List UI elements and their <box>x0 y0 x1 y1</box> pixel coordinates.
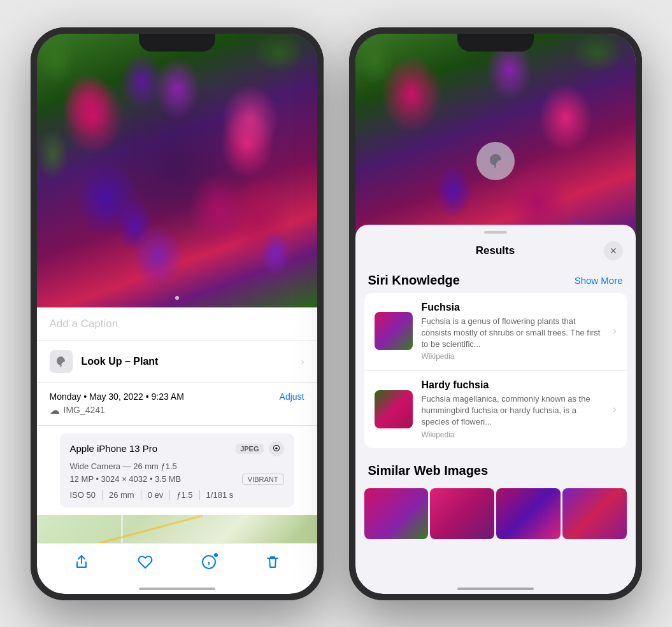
similar-img-3[interactable] <box>496 488 561 539</box>
sheet-header: Results ✕ <box>355 234 636 267</box>
focal-length: 26 mm <box>103 490 141 500</box>
lookup-label: Look Up – Plant <box>82 356 159 367</box>
notch-right <box>457 34 534 52</box>
notch <box>139 34 215 52</box>
phone-left: Add a Caption Look Up – Plant › Mon <box>31 27 324 600</box>
format-badges: JPEG ⦿ <box>236 441 283 456</box>
resolution: 12 MP • 3024 × 4032 • 3.5 MB <box>70 474 182 484</box>
camera-spec: Wide Camera — 26 mm ƒ1.5 <box>70 461 284 471</box>
mute-button <box>31 129 31 151</box>
foliage-3 <box>37 129 69 180</box>
lookup-row[interactable]: Look Up – Plant › <box>37 341 317 383</box>
lookup-chevron-icon: › <box>301 356 304 367</box>
leaf-icon <box>55 355 68 368</box>
home-indicator <box>139 588 215 590</box>
shutter-speed: 1/181 s <box>200 490 240 500</box>
knowledge-card: Fuchsia Fuchsia is a genus of flowering … <box>364 293 627 448</box>
flower-overlay-6 <box>132 225 183 288</box>
hardy-chevron-icon: › <box>613 404 616 415</box>
similar-images-row <box>355 488 636 539</box>
favorite-button[interactable] <box>131 548 159 576</box>
mute-button-right <box>349 129 350 151</box>
flower-overlay-2 <box>120 53 164 110</box>
close-button[interactable]: ✕ <box>604 241 623 260</box>
lookup-icon <box>50 350 73 373</box>
phone-right: Results ✕ Siri Knowledge Show More <box>349 27 642 600</box>
location-icon: ⦿ <box>269 441 284 456</box>
leaf-lookup-icon <box>486 151 505 171</box>
exif-row: ISO 50 26 mm 0 ev ƒ1.5 1/181 s <box>70 490 284 500</box>
camera-section: Apple iPhone 13 Pro JPEG ⦿ Wide Camera —… <box>60 433 294 507</box>
home-indicator-right <box>457 588 534 590</box>
photo-info-section: Monday • May 30, 2022 • 9:23 AM Adjust ☁… <box>37 383 317 426</box>
power-button <box>323 167 324 225</box>
hardy-fuchsia-item[interactable]: Hardy fuchsia Fuchsia magellanica, commo… <box>364 370 627 448</box>
similar-images-title: Similar Web Images <box>368 463 489 478</box>
share-button[interactable] <box>68 548 96 576</box>
siri-knowledge-header: Siri Knowledge Show More <box>355 267 636 293</box>
camera-section-wrapper: Apple iPhone 13 Pro JPEG ⦿ Wide Camera —… <box>37 433 317 507</box>
sheet-title: Results <box>387 244 604 257</box>
caption-placeholder[interactable]: Add a Caption <box>50 318 118 330</box>
fuchsia-content: Fuchsia Fuchsia is a genus of flowering … <box>422 302 604 362</box>
power-button-right <box>641 167 642 225</box>
similar-images-header: Similar Web Images <box>355 457 636 483</box>
similar-img-4[interactable] <box>562 488 627 539</box>
camera-model: Apple iPhone 13 Pro <box>70 443 158 454</box>
fuchsia-source: Wikipedia <box>422 352 604 361</box>
phones-container: Add a Caption Look Up – Plant › Mon <box>31 27 642 600</box>
photo-page-dot <box>175 296 179 300</box>
volume-up-button <box>31 161 31 202</box>
format-badge: JPEG <box>236 444 263 454</box>
foliage-2 <box>254 34 304 72</box>
volume-up-right <box>349 161 350 202</box>
similar-section: Similar Web Images <box>355 454 636 539</box>
phone2-screen: Results ✕ Siri Knowledge Show More <box>355 34 636 594</box>
iso-value: ISO 50 <box>70 490 103 500</box>
phone1-screen: Add a Caption Look Up – Plant › Mon <box>37 34 317 594</box>
fuchsia-chevron-icon: › <box>613 325 616 337</box>
delete-button[interactable] <box>259 548 287 576</box>
photo-display <box>37 34 317 307</box>
aperture-value: ƒ1.5 <box>170 490 199 500</box>
info-badge <box>213 552 219 558</box>
volume-down-right <box>349 212 350 253</box>
filename: IMG_4241 <box>64 405 105 415</box>
fuchsia-desc: Fuchsia is a genus of flowering plants t… <box>422 316 604 351</box>
ev-value: 0 ev <box>141 490 171 500</box>
hardy-source: Wikipedia <box>422 430 604 439</box>
map-road-diagonal <box>94 515 203 546</box>
similar-img-1[interactable] <box>364 488 429 539</box>
foliage-2-1 <box>355 34 394 85</box>
hardy-thumbnail <box>375 390 413 428</box>
hardy-desc: Fuchsia magellanica, commonly known as t… <box>422 393 604 428</box>
fuchsia-thumb-img <box>375 312 413 350</box>
vibrant-badge: VIBRANT <box>242 474 284 485</box>
date-row: Monday • May 30, 2022 • 9:23 AM Adjust <box>50 391 304 402</box>
camera-model-row: Apple iPhone 13 Pro JPEG ⦿ <box>70 441 284 456</box>
hardy-content: Hardy fuchsia Fuchsia magellanica, commo… <box>422 379 604 439</box>
filename-row: ☁ IMG_4241 <box>50 404 304 416</box>
fuchsia-item[interactable]: Fuchsia Fuchsia is a genus of flowering … <box>364 293 627 371</box>
hardy-name: Hardy fuchsia <box>422 379 604 391</box>
caption-area[interactable]: Add a Caption <box>37 307 317 341</box>
foliage-2-2 <box>572 34 623 72</box>
fuchsia-thumbnail <box>375 312 413 350</box>
cloud-icon: ☁ <box>50 404 60 416</box>
photo-date: Monday • May 30, 2022 • 9:23 AM <box>50 391 184 402</box>
similar-img-2[interactable] <box>430 488 494 539</box>
resolution-row: 12 MP • 3024 × 4032 • 3.5 MB VIBRANT <box>70 474 284 485</box>
show-more-button[interactable]: Show More <box>575 275 623 286</box>
siri-knowledge-title: Siri Knowledge <box>368 273 460 288</box>
foliage-1 <box>37 34 75 85</box>
fuchsia-name: Fuchsia <box>422 302 604 313</box>
info-button[interactable] <box>195 548 223 576</box>
flower-overlay-4 <box>75 161 139 237</box>
adjust-button[interactable]: Adjust <box>280 391 304 402</box>
hardy-thumb-img <box>375 390 413 428</box>
volume-down-button <box>31 212 31 253</box>
photo-toolbar <box>37 543 317 594</box>
results-sheet: Results ✕ Siri Knowledge Show More <box>355 225 636 594</box>
visual-lookup-button[interactable] <box>476 142 515 180</box>
